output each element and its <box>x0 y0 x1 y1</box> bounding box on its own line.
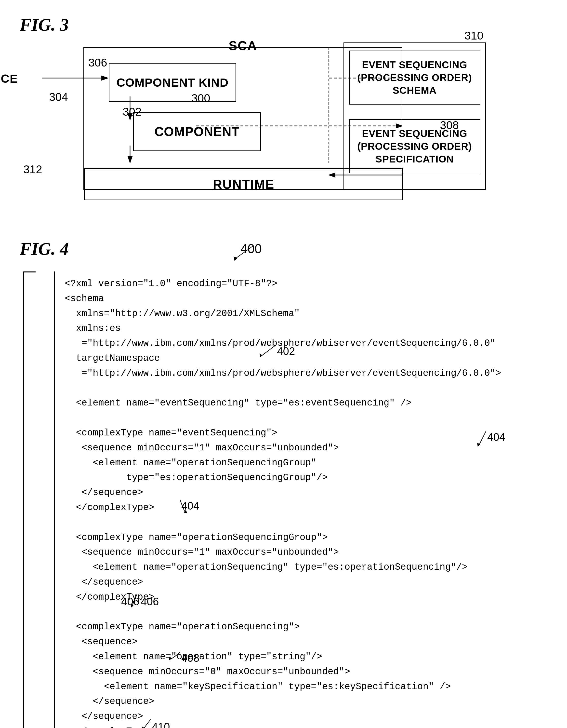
fig3-diagram: SERVICE 304 SCA COMPONENT KIND COMPONENT… <box>20 42 486 214</box>
ref-304: 304 <box>49 90 68 104</box>
ref-302: 302 <box>123 105 142 118</box>
runtime-label: RUNTIME <box>213 177 275 192</box>
ref-312: 312 <box>23 163 42 176</box>
ref-406a: 406 <box>121 593 139 610</box>
code-line-4: xmlns:es <box>65 321 538 336</box>
ref-404a-area: 404 <box>474 429 498 453</box>
ref-410-area: 410 <box>138 718 158 728</box>
code-line-17: <sequence minOccurs="1" maxOccurs="unbou… <box>65 545 538 560</box>
code-line-3: xmlns="http://www.w3.org/2001/XMLSchema" <box>65 306 538 321</box>
ref-402-area: 402 <box>256 343 295 363</box>
ref-402: 402 <box>277 343 295 360</box>
ref-404b-area: 404 <box>168 497 192 520</box>
code-line-15: </complexType> <box>65 500 538 515</box>
event-seq-outer-box: EVENT SEQUENCING(PROCESSING ORDER)SCHEMA… <box>343 42 486 190</box>
code-line-22: <sequence> <box>65 634 538 649</box>
code-line-1: <?xml version="1.0" encoding="UTF-8"?> <box>65 276 538 291</box>
ref-400-arrow <box>221 239 270 263</box>
component-kind-label: COMPONENT KIND <box>117 76 229 89</box>
ref-408-area: 408 <box>165 649 190 667</box>
code-line-blank2 <box>65 515 538 530</box>
fig4-label: FIG. 4 <box>20 239 69 259</box>
event-seq-schema-box: EVENT SEQUENCING(PROCESSING ORDER)SCHEMA <box>349 51 480 105</box>
fig4-section: FIG. 4 400 <?xml version="1.0" encoding=… <box>20 239 547 728</box>
code-line-14: </sequence> <box>65 485 538 500</box>
component-label: COMPONENT <box>155 124 240 139</box>
sca-label: SCA <box>229 38 257 53</box>
event-seq-schema-label: EVENT SEQUENCING(PROCESSING ORDER)SCHEMA <box>357 58 472 97</box>
left-bracket <box>23 271 36 728</box>
code-line-blank1 <box>65 411 538 426</box>
code-block: <?xml version="1.0" encoding="UTF-8"?> <… <box>54 271 547 728</box>
code-line-6: targetNamespace <box>65 351 538 366</box>
ref-410: 410 <box>152 718 170 728</box>
svg-line-9 <box>236 246 253 258</box>
ref-406a-area: 406 406 <box>129 593 143 613</box>
fig4-content: <?xml version="1.0" encoding="UTF-8"?> <… <box>39 271 547 728</box>
code-line-11: <sequence minOccurs="1" maxOccurs="unbou… <box>65 441 538 456</box>
ref-406b: 406 <box>141 593 159 610</box>
code-line-19: </sequence> <box>65 575 538 590</box>
code-line-10: <complexType name="eventSequencing"> <box>65 426 538 441</box>
code-line-24: <sequence minOccurs="0" maxOccurs="unbou… <box>65 664 538 679</box>
svg-marker-11 <box>260 353 263 357</box>
code-line-7: ="http://www.ibm.com/xmlns/prod/webspher… <box>65 366 538 381</box>
ref-308: 308 <box>440 119 459 132</box>
code-line-18: <element name="operationSequencing" type… <box>65 560 538 575</box>
code-line-27: </sequence> <box>65 709 538 724</box>
component-kind-box: COMPONENT KIND <box>109 63 236 102</box>
code-line-25: <element name="keySpecification" type="e… <box>65 679 538 694</box>
code-line-21: <complexType name="operationSequencing"> <box>65 620 538 634</box>
ref-300: 300 <box>191 92 210 105</box>
service-label: SERVICE <box>0 72 18 85</box>
ref-408: 408 <box>181 649 199 667</box>
code-line-9: <element name="eventSequencing" type="es… <box>65 396 538 411</box>
ref-404b: 404 <box>181 497 199 514</box>
ref-404a: 404 <box>487 429 505 446</box>
code-line-16: <complexType name="operationSequencingGr… <box>65 530 538 545</box>
svg-marker-15 <box>169 656 172 660</box>
code-line-5: ="http://www.ibm.com/xmlns/prod/webspher… <box>65 336 538 351</box>
ref-310: 310 <box>464 29 483 42</box>
code-line-26: </sequence> <box>65 694 538 709</box>
code-line-8 <box>65 381 538 396</box>
event-seq-spec-label: EVENT SEQUENCING(PROCESSING ORDER)SPECIF… <box>357 127 472 165</box>
code-line-28: </complexType> <box>65 724 538 728</box>
code-line-13: type="es:operationSequencingGroup"/> <box>65 470 538 485</box>
component-box: COMPONENT <box>133 112 261 151</box>
fig3-section: FIG. 3 SERVICE 304 SCA COMPONENT KIND CO… <box>20 15 547 214</box>
code-line-12: <element name="operationSequencingGroup" <box>65 456 538 471</box>
ref-306: 306 <box>88 56 107 69</box>
code-line-2: <schema <box>65 291 538 306</box>
code-line-23: <element name="operation" type="string"/… <box>65 649 538 664</box>
event-seq-spec-box: EVENT SEQUENCING(PROCESSING ORDER)SPECIF… <box>349 119 480 173</box>
